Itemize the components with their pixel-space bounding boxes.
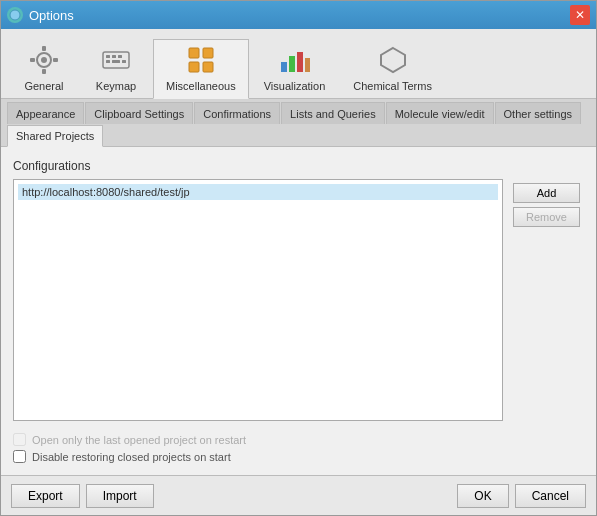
svg-rect-8 [106,55,110,58]
title-bar-left: Options [7,7,74,23]
remove-button[interactable]: Remove [513,207,580,227]
close-button[interactable]: ✕ [570,5,590,25]
svg-rect-16 [189,62,199,72]
tab-lists[interactable]: Lists and Queries [281,102,385,124]
checkbox-disable-restore[interactable] [13,450,26,463]
bottom-bar: Export Import OK Cancel [1,475,596,515]
keymap-label: Keymap [96,80,136,92]
export-button[interactable]: Export [11,484,80,508]
svg-rect-4 [42,69,46,74]
config-list: http://localhost:8080/shared/test/jp [14,180,502,204]
toolbar-item-general[interactable]: General [9,38,79,98]
svg-point-2 [41,57,47,63]
checkbox-open-project-label: Open only the last opened project on res… [32,434,246,446]
tabs-area: Appearance Clipboard Settings Confirmati… [1,99,596,147]
toolbar-item-keymap[interactable]: Keymap [81,38,151,98]
svg-rect-11 [106,60,110,63]
toolbar-item-visualization[interactable]: Visualization [251,38,339,98]
svg-rect-6 [53,58,58,62]
toolbar-item-miscellaneous[interactable]: Miscellaneous [153,39,249,99]
miscellaneous-label: Miscellaneous [166,80,236,92]
visualization-label: Visualization [264,80,326,92]
svg-rect-13 [122,60,126,63]
tab-confirmations[interactable]: Confirmations [194,102,280,124]
toolbar: General Keymap [1,29,596,99]
svg-rect-19 [289,56,295,72]
options-window: Options ✕ General [0,0,597,516]
bottom-left: Export Import [11,484,154,508]
svg-rect-15 [203,48,213,58]
checkbox-row-disable-restore: Disable restoring closed projects on sta… [13,450,584,463]
general-label: General [24,80,63,92]
svg-point-0 [10,10,20,20]
tab-molecule[interactable]: Molecule view/edit [386,102,494,124]
svg-rect-14 [189,48,199,58]
checkboxes-area: Open only the last opened project on res… [13,433,584,463]
svg-rect-21 [305,58,310,72]
config-item[interactable]: http://localhost:8080/shared/test/jp [18,184,498,200]
bottom-right: OK Cancel [457,484,586,508]
svg-rect-18 [281,62,287,72]
checkbox-open-project[interactable] [13,433,26,446]
window-icon [7,7,23,23]
tab-other[interactable]: Other settings [495,102,581,124]
toolbar-item-chemical-terms[interactable]: Chemical Terms [340,38,445,98]
visualization-icon [278,44,310,76]
svg-rect-17 [203,62,213,72]
svg-rect-20 [297,52,303,72]
svg-marker-22 [381,48,405,72]
add-button[interactable]: Add [513,183,580,203]
svg-rect-10 [118,55,122,58]
miscellaneous-icon [185,44,217,76]
content-area: Configurations http://localhost:8080/sha… [1,147,596,475]
checkbox-disable-restore-label: Disable restoring closed projects on sta… [32,451,231,463]
tab-clipboard[interactable]: Clipboard Settings [85,102,193,124]
svg-rect-12 [112,60,120,63]
cancel-button[interactable]: Cancel [515,484,586,508]
svg-rect-3 [42,46,46,51]
config-buttons: Add Remove [509,179,584,429]
keymap-icon [100,44,132,76]
tab-shared-projects[interactable]: Shared Projects [7,125,103,147]
chemical-terms-label: Chemical Terms [353,80,432,92]
ok-button[interactable]: OK [457,484,508,508]
import-button[interactable]: Import [86,484,154,508]
window-title: Options [29,8,74,23]
svg-rect-9 [112,55,116,58]
checkbox-row-open-project: Open only the last opened project on res… [13,433,584,446]
section-title: Configurations [13,159,584,173]
svg-rect-5 [30,58,35,62]
general-icon [28,44,60,76]
title-bar: Options ✕ [1,1,596,29]
config-box: http://localhost:8080/shared/test/jp [13,179,503,421]
tab-appearance[interactable]: Appearance [7,102,84,124]
chemical-terms-icon [377,44,409,76]
